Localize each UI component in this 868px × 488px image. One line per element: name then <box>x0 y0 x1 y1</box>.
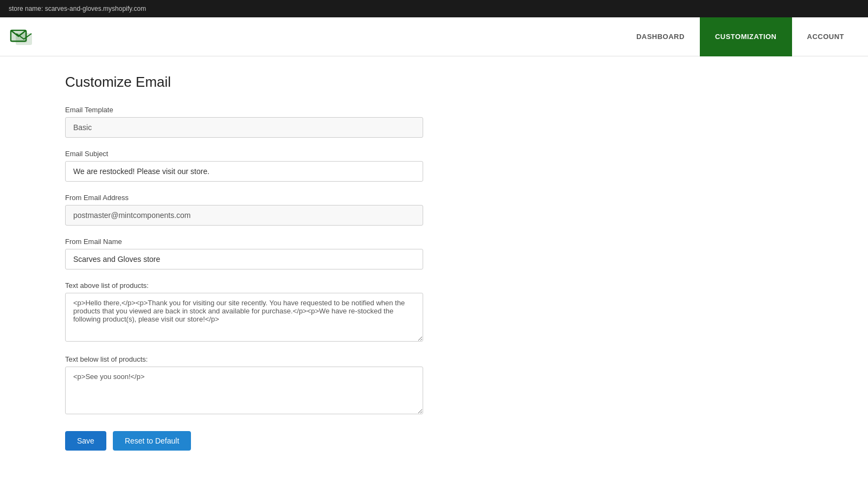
form-actions: Save Reset to Default <box>65 431 456 451</box>
logo-container[interactable] <box>9 24 35 50</box>
nav-account[interactable]: ACCOUNT <box>792 17 860 56</box>
text-above-textarea[interactable] <box>65 293 423 342</box>
nav-customization[interactable]: CUSTOMIZATION <box>700 17 792 56</box>
save-button[interactable]: Save <box>65 431 106 451</box>
from-email-address-input[interactable] <box>65 205 423 226</box>
email-template-group: Email Template <box>65 106 456 138</box>
from-email-name-input[interactable] <box>65 249 423 269</box>
text-below-textarea[interactable] <box>65 367 423 414</box>
from-email-address-group: From Email Address <box>65 194 456 226</box>
email-subject-group: Email Subject <box>65 150 456 182</box>
email-template-input[interactable] <box>65 117 423 138</box>
nav-links: DASHBOARD CUSTOMIZATION ACCOUNT <box>621 17 859 56</box>
page-title: Customize Email <box>65 74 456 91</box>
reset-button[interactable]: Reset to Default <box>113 431 191 451</box>
email-template-label: Email Template <box>65 106 456 114</box>
email-subject-label: Email Subject <box>65 150 456 158</box>
from-email-name-group: From Email Name <box>65 237 456 269</box>
app-logo-icon <box>9 24 35 50</box>
text-below-label: Text below list of products: <box>65 355 456 363</box>
from-email-address-label: From Email Address <box>65 194 456 202</box>
text-above-label: Text above list of products: <box>65 281 456 290</box>
nav-dashboard[interactable]: DASHBOARD <box>621 17 700 56</box>
navbar: DASHBOARD CUSTOMIZATION ACCOUNT <box>0 17 868 56</box>
email-subject-input[interactable] <box>65 161 423 182</box>
text-below-group: Text below list of products: <box>65 355 456 416</box>
store-name-label: store name: scarves-and-gloves.myshopify… <box>9 5 146 12</box>
from-email-name-label: From Email Name <box>65 237 456 246</box>
text-above-group: Text above list of products: <box>65 281 456 343</box>
top-bar: store name: scarves-and-gloves.myshopify… <box>0 0 868 17</box>
main-content: Customize Email Email Template Email Sub… <box>0 56 521 483</box>
